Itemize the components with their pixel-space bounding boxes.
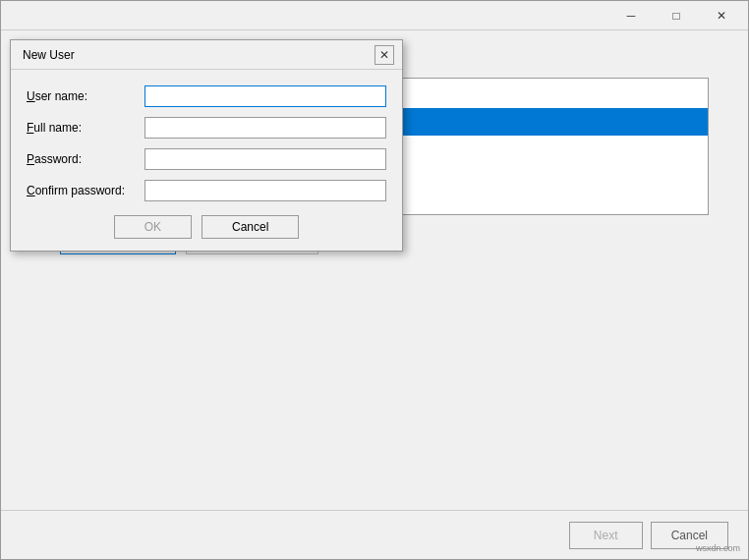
confirm-password-row: Confirm password: <box>27 180 386 201</box>
dialog-close-button[interactable]: ✕ <box>374 45 394 65</box>
fullname-input[interactable] <box>144 117 386 139</box>
password-label: Password: <box>27 152 144 166</box>
confirm-password-label: Confirm password: <box>27 184 144 197</box>
fullname-row: Full name: <box>27 117 386 139</box>
fullname-label: Full name: <box>27 121 144 135</box>
dialog-ok-button[interactable]: OK <box>114 215 192 239</box>
username-row: User name: <box>27 85 386 107</box>
dialog-overlay: New User ✕ User name: Full name: <box>0 0 749 560</box>
dialog-title: New User <box>23 48 75 62</box>
username-label: User name: <box>27 89 144 103</box>
password-input[interactable] <box>144 148 386 170</box>
password-row: Password: <box>27 148 386 170</box>
dialog-title-bar: New User ✕ <box>11 40 402 70</box>
dialog-content: User name: Full name: Password: <box>11 70 402 251</box>
confirm-password-input[interactable] <box>144 180 386 201</box>
dialog-buttons: OK Cancel <box>27 215 386 239</box>
new-user-dialog: New User ✕ User name: Full name: <box>10 39 403 252</box>
username-input[interactable] <box>144 85 386 107</box>
dialog-cancel-button[interactable]: Cancel <box>202 215 299 239</box>
